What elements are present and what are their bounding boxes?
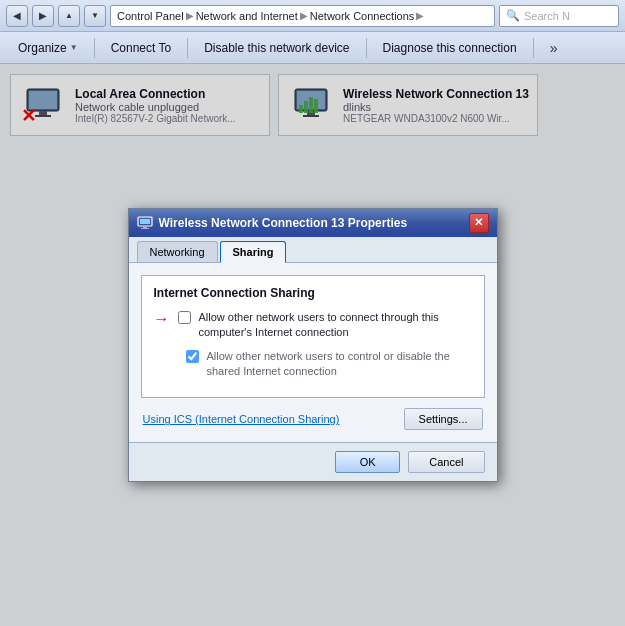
breadcrumb-sep3: ▶ bbox=[416, 10, 424, 21]
breadcrumb: Control Panel ▶ Network and Internet ▶ N… bbox=[110, 5, 495, 27]
dialog-body: Internet Connection Sharing → Allow othe… bbox=[129, 263, 497, 443]
toolbar-sep4 bbox=[533, 38, 534, 58]
dialog-title-icon bbox=[137, 215, 153, 231]
modal-overlay: Wireless Network Connection 13 Propertie… bbox=[0, 64, 625, 626]
diagnose-button[interactable]: Diagnose this connection bbox=[373, 35, 527, 61]
breadcrumb-sep1: ▶ bbox=[186, 10, 194, 21]
ics-row: Using ICS (Internet Connection Sharing) … bbox=[141, 408, 485, 430]
dialog-close-button[interactable]: ✕ bbox=[469, 213, 489, 233]
diagnose-label: Diagnose this connection bbox=[383, 41, 517, 55]
checkbox1-row: → Allow other network users to connect t… bbox=[154, 310, 472, 341]
checkbox1[interactable] bbox=[178, 311, 191, 324]
disable-label: Disable this network device bbox=[204, 41, 349, 55]
search-box[interactable]: 🔍 Search N bbox=[499, 5, 619, 27]
content-area: ✕ Local Area Connection Network cable un… bbox=[0, 64, 625, 626]
breadcrumb-nc[interactable]: Network Connections bbox=[310, 10, 415, 22]
svg-rect-14 bbox=[143, 226, 147, 228]
organize-button[interactable]: Organize ▼ bbox=[8, 35, 88, 61]
search-icon: 🔍 bbox=[506, 9, 520, 22]
settings-button[interactable]: Settings... bbox=[404, 408, 483, 430]
ok-button[interactable]: OK bbox=[335, 451, 400, 473]
checkbox2[interactable] bbox=[186, 350, 199, 363]
sharing-group-title: Internet Connection Sharing bbox=[154, 286, 472, 300]
sharing-group: Internet Connection Sharing → Allow othe… bbox=[141, 275, 485, 399]
dialog-title: Wireless Network Connection 13 Propertie… bbox=[159, 216, 463, 230]
checkbox1-label: Allow other network users to connect thr… bbox=[199, 310, 472, 341]
overflow-icon: » bbox=[550, 40, 558, 56]
connect-to-label: Connect To bbox=[111, 41, 172, 55]
breadcrumb-sep2: ▶ bbox=[300, 10, 308, 21]
checkbox2-row: Allow other network users to control or … bbox=[186, 349, 472, 380]
title-bar: ◀ ▶ ▲ ▼ Control Panel ▶ Network and Inte… bbox=[0, 0, 625, 32]
svg-rect-15 bbox=[141, 228, 149, 229]
properties-dialog: Wireless Network Connection 13 Propertie… bbox=[128, 208, 498, 483]
dialog-titlebar: Wireless Network Connection 13 Propertie… bbox=[129, 209, 497, 237]
checkbox2-label: Allow other network users to control or … bbox=[207, 349, 472, 380]
disable-button[interactable]: Disable this network device bbox=[194, 35, 359, 61]
back-button[interactable]: ◀ bbox=[6, 5, 28, 27]
breadcrumb-ni[interactable]: Network and Internet bbox=[196, 10, 298, 22]
toolbar-sep3 bbox=[366, 38, 367, 58]
toolbar: Organize ▼ Connect To Disable this netwo… bbox=[0, 32, 625, 64]
ics-link[interactable]: Using ICS (Internet Connection Sharing) bbox=[143, 413, 340, 425]
dialog-footer: OK Cancel bbox=[129, 442, 497, 481]
cancel-button[interactable]: Cancel bbox=[408, 451, 484, 473]
arrow-indicator: → bbox=[154, 310, 170, 328]
toolbar-sep1 bbox=[94, 38, 95, 58]
tab-networking[interactable]: Networking bbox=[137, 241, 218, 262]
svg-rect-13 bbox=[140, 219, 150, 224]
recent-button[interactable]: ▼ bbox=[84, 5, 106, 27]
breadcrumb-cp[interactable]: Control Panel bbox=[117, 10, 184, 22]
organize-label: Organize bbox=[18, 41, 67, 55]
tab-bar: Networking Sharing bbox=[129, 237, 497, 263]
overflow-button[interactable]: » bbox=[540, 35, 568, 61]
search-text: Search N bbox=[524, 10, 570, 22]
connect-to-button[interactable]: Connect To bbox=[101, 35, 182, 61]
tab-sharing[interactable]: Sharing bbox=[220, 241, 287, 263]
up-button[interactable]: ▲ bbox=[58, 5, 80, 27]
forward-button[interactable]: ▶ bbox=[32, 5, 54, 27]
organize-chevron: ▼ bbox=[70, 43, 78, 52]
toolbar-sep2 bbox=[187, 38, 188, 58]
